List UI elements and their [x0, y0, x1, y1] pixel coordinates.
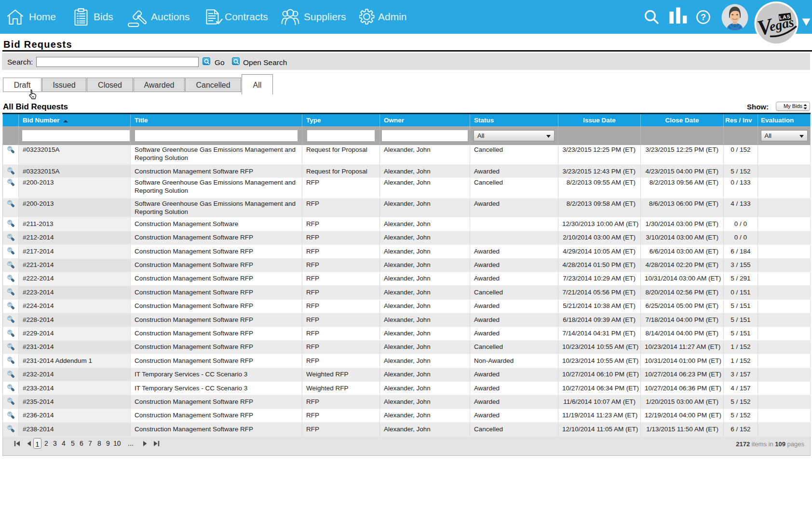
svg-text:?: ? — [701, 13, 706, 22]
